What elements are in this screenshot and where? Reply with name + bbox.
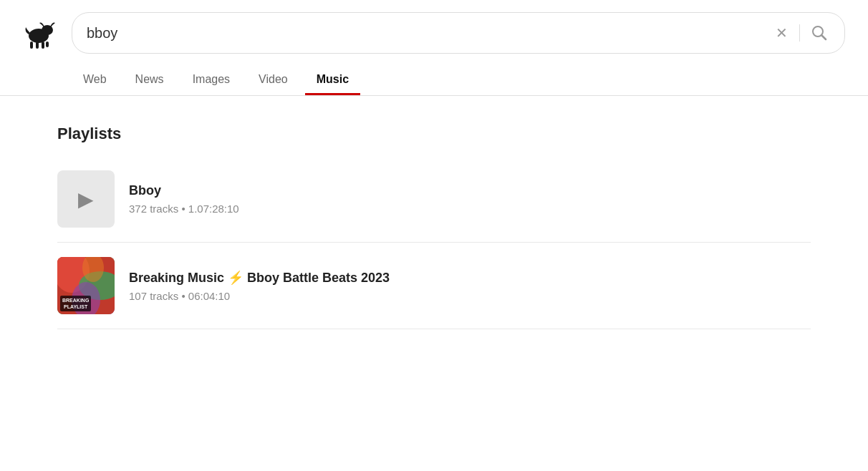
clear-icon: ✕ xyxy=(776,24,788,42)
tab-video[interactable]: Video xyxy=(247,66,299,95)
main-content: Playlists ▶ Bboy 372 tracks • 1.07:28:10 xyxy=(0,96,868,471)
playlist-separator: • xyxy=(181,290,188,302)
header-top: ✕ xyxy=(17,11,851,54)
playlist-duration: 06:04:10 xyxy=(188,290,230,302)
search-icon xyxy=(811,25,827,41)
search-bar: ✕ xyxy=(72,12,845,54)
svg-rect-4 xyxy=(42,42,44,49)
search-clear-button[interactable]: ✕ xyxy=(773,21,791,44)
svg-rect-3 xyxy=(36,42,39,49)
tab-web[interactable]: Web xyxy=(72,66,118,95)
playlist-tracks: 107 tracks xyxy=(129,290,178,302)
playlist-info: Bboy 372 tracks • 1.07:28:10 xyxy=(129,183,239,215)
play-icon: ▶ xyxy=(78,188,94,211)
playlist-duration: 1.07:28:10 xyxy=(188,203,239,215)
playlists-section-title: Playlists xyxy=(57,125,811,143)
search-divider xyxy=(799,24,800,42)
playlist-thumbnail-placeholder: ▶ xyxy=(57,170,115,228)
playlist-thumbnail-image: BREAKINGPLAYLIST xyxy=(57,257,115,314)
svg-rect-5 xyxy=(46,42,49,47)
thumbnail-label: BREAKINGPLAYLIST xyxy=(60,296,91,311)
playlist-meta: 107 tracks • 06:04:10 xyxy=(129,290,390,302)
logo-icon xyxy=(20,14,57,52)
playlist-separator: • xyxy=(181,203,188,215)
search-input[interactable] xyxy=(87,25,767,42)
header: ✕ Web News Images Video Music xyxy=(0,0,868,96)
tab-images[interactable]: Images xyxy=(181,66,241,95)
playlist-info: Breaking Music ⚡ Bboy Battle Beats 2023 … xyxy=(129,270,390,302)
svg-rect-2 xyxy=(30,42,33,49)
nav-tabs: Web News Images Video Music xyxy=(72,66,851,95)
playlist-item[interactable]: ▶ Bboy 372 tracks • 1.07:28:10 xyxy=(57,163,811,243)
playlist-list: ▶ Bboy 372 tracks • 1.07:28:10 xyxy=(57,163,811,329)
playlist-item[interactable]: BREAKINGPLAYLIST Breaking Music ⚡ Bboy B… xyxy=(57,243,811,329)
svg-line-7 xyxy=(821,35,826,39)
playlist-name: Bboy xyxy=(129,183,239,198)
tab-music[interactable]: Music xyxy=(305,66,360,95)
tab-news[interactable]: News xyxy=(124,66,175,95)
playlist-tracks: 372 tracks xyxy=(129,203,178,215)
logo[interactable] xyxy=(17,11,60,54)
playlist-meta: 372 tracks • 1.07:28:10 xyxy=(129,203,239,215)
playlist-name: Breaking Music ⚡ Bboy Battle Beats 2023 xyxy=(129,270,390,286)
search-submit-button[interactable] xyxy=(809,22,830,44)
